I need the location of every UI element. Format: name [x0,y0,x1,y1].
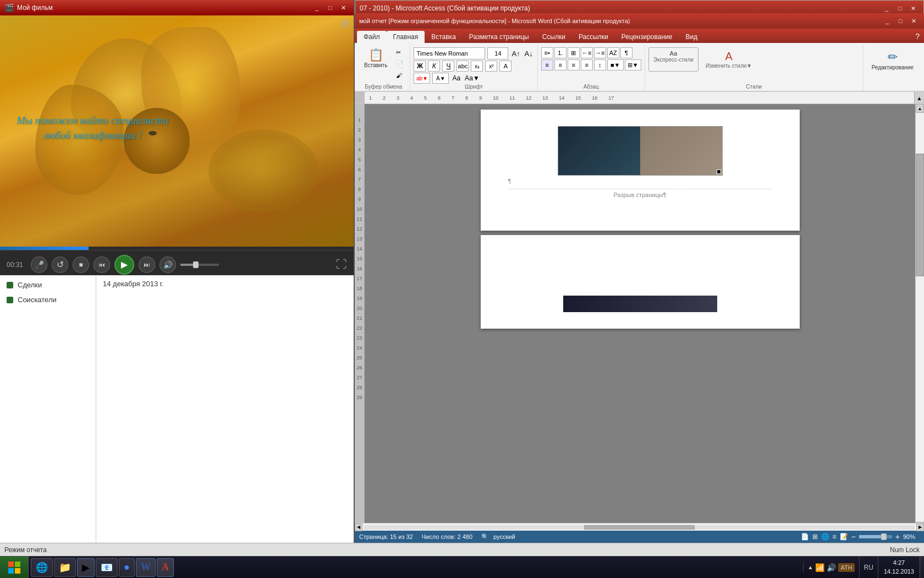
next-btn[interactable]: ⏭ [139,257,155,273]
taskbar-item-ie[interactable]: 🌐 [31,558,53,577]
bold-btn[interactable]: Ж [414,61,426,72]
change-case-btn[interactable]: Аа▼ [464,73,481,83]
zoom-in-btn[interactable]: + [895,532,900,541]
align-left-btn[interactable]: ≡ [541,59,553,70]
start-button[interactable] [0,557,29,579]
multilevel-btn[interactable]: ⊞ [568,47,580,58]
font-size-input[interactable]: 14 [487,47,508,59]
font-clear-btn[interactable]: Aa [451,73,461,83]
volume-btn[interactable]: 🔊 [160,257,176,273]
word-page-2[interactable] [481,235,800,329]
numbering-btn[interactable]: 1. [554,47,566,58]
change-styles-btn[interactable]: A Изменить стили▼ [701,47,757,72]
zoom-out-btn[interactable]: − [851,532,856,541]
hscroll-left-btn[interactable]: ◀ [355,524,362,531]
tab-view[interactable]: Вид [679,31,704,43]
mic-btn[interactable]: 🎤 [31,257,47,273]
access-minimize-btn[interactable]: _ [881,3,893,13]
indent-increase-btn[interactable]: →≡ [594,47,606,58]
hscroll-right-btn[interactable]: ▶ [916,524,924,531]
access-maximize-btn[interactable]: □ [894,3,906,13]
underline-btn[interactable]: Ч [442,61,454,72]
nav-item-sdelki[interactable]: Сделки [0,277,96,292]
word-maximize-btn[interactable]: □ [894,16,906,26]
tab-insert[interactable]: Вставка [425,31,463,43]
strikethrough-btn[interactable]: abc [457,61,469,72]
align-right-btn[interactable]: ≡ [568,59,580,70]
borders-btn[interactable]: ⊞▼ [625,59,641,70]
word-scrollbar[interactable]: ▲ ▼ [915,104,924,531]
justify-btn[interactable]: ≡ [581,59,593,70]
grow-font-btn[interactable]: A↑ [510,48,521,59]
tray-network-icon[interactable]: 📶 [815,563,824,572]
subscript-btn[interactable]: x₂ [471,61,483,72]
media-maximize-btn[interactable]: □ [324,3,336,13]
indent-decrease-btn[interactable]: ←≡ [581,47,593,58]
highlight-btn[interactable]: ab▼ [414,73,430,84]
view-print-btn[interactable]: 📄 [801,533,809,541]
tab-layout[interactable]: Разметка страницы [463,31,536,43]
ribbon-help-btn[interactable]: ? [913,32,922,41]
prev-btn[interactable]: ⏮ [94,257,110,273]
word-title: мой отчет [Режим ограниченной функционал… [359,18,881,24]
taskbar-item-access[interactable]: A [157,558,174,577]
ruler-right-btn[interactable]: ▲ [914,92,924,104]
access-nav-sidebar: Сделки Соискатели [0,275,96,543]
access-close-btn[interactable]: ✕ [907,3,919,13]
word-page-1[interactable]: ¶ Разрыв страницы¶ [481,110,800,231]
tab-mailings[interactable]: Рассылки [572,31,615,43]
tab-home[interactable]: Главная [387,31,425,43]
view-web-btn[interactable]: 🌐 [821,533,829,541]
view-draft-btn[interactable]: 📝 [840,533,848,541]
volume-slider[interactable] [180,264,219,266]
shrink-font-btn[interactable]: A↓ [524,48,534,59]
word-close-btn[interactable]: ✕ [908,16,920,26]
word-hscrollbar[interactable]: ◀ ▶ [355,523,924,531]
view-outline-btn[interactable]: ≡ [833,533,837,541]
stop-btn[interactable]: ■ [73,257,89,273]
bullets-btn[interactable]: ≡• [541,47,553,58]
superscript-btn[interactable]: x² [485,61,497,72]
tab-file[interactable]: Файл [357,31,387,43]
sort-btn[interactable]: AZ [607,47,619,58]
word-minimize-btn[interactable]: _ [881,16,893,26]
media-minimize-btn[interactable]: _ [311,3,323,13]
show-desktop-btn[interactable] [920,557,924,579]
grid-layout-btn[interactable]: ⊞ [341,18,349,30]
refresh-btn[interactable]: ↺ [52,257,68,273]
copy-btn[interactable]: 📄 [393,59,406,69]
taskbar-item-media[interactable]: ▶ [77,558,95,577]
font-color-btn[interactable]: A▼ [432,73,449,84]
font-name-input[interactable]: Times New Roman [414,47,485,59]
express-styles-btn[interactable]: Aa Экспресс-стили [648,47,698,72]
taskbar-item-chrome[interactable]: ● [119,558,135,577]
video-progress-bar[interactable] [0,247,354,250]
zoom-slider[interactable] [859,535,892,538]
play-btn[interactable]: ▶ [114,255,134,275]
language[interactable]: русский [493,533,515,540]
shading-btn[interactable]: ■▼ [607,59,624,70]
italic-btn[interactable]: К [428,61,440,72]
show-formatting-btn[interactable]: ¶ [620,47,632,58]
fullscreen-btn[interactable]: ⛶ [336,258,347,271]
editing-btn[interactable]: ✏ Редактирование [867,47,919,73]
tray-triangle-btn[interactable]: ▲ [808,564,813,570]
tab-review[interactable]: Рецензирование [615,31,679,43]
view-full-btn[interactable]: ⊞ [812,533,818,541]
taskbar-language[interactable]: RU [859,557,878,579]
tab-references[interactable]: Ссылки [536,31,572,43]
tray-volume-icon[interactable]: 🔊 [827,563,836,572]
taskbar-item-mail[interactable]: 📧 [96,558,118,577]
taskbar-item-folder[interactable]: 📁 [54,558,76,577]
spell-check-icon[interactable]: 🔍 [481,533,489,541]
tray-ath-icon[interactable]: ATH [838,563,854,572]
media-close-btn[interactable]: ✕ [337,3,349,13]
text-effects-btn[interactable]: A [499,61,512,72]
paste-btn[interactable]: 📋 Вставить [360,45,391,71]
cut-btn[interactable]: ✂ [393,47,406,58]
taskbar-item-word[interactable]: W [136,558,156,577]
nav-item-soiskateli[interactable]: Соискатели [0,292,96,307]
align-center-btn[interactable]: ≡ [554,59,566,70]
line-spacing-btn[interactable]: ↕ [594,59,606,70]
format-painter-btn[interactable]: 🖌 [393,70,406,80]
